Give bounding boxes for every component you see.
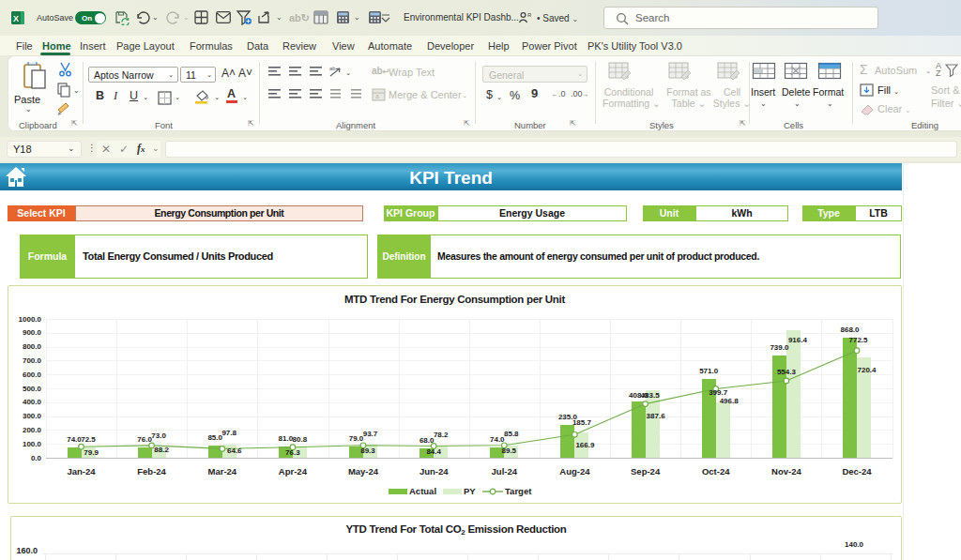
svg-text:X: X [13,14,19,23]
svg-text:R: R [527,12,531,18]
svg-text:a: a [375,93,379,99]
svg-text:ab: ab [329,66,336,71]
